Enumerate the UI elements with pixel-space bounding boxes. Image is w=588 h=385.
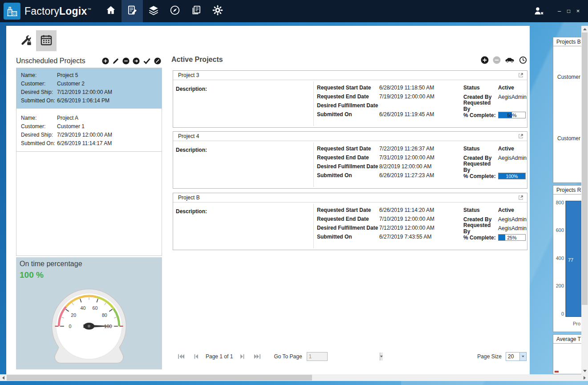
add-active-project-button[interactable]	[481, 56, 489, 64]
clock-icon	[519, 56, 527, 64]
documents-nav-button[interactable]	[186, 0, 207, 22]
legend-customer-2: Customer 2	[557, 74, 585, 80]
first-page-button[interactable]	[177, 354, 185, 359]
compass-icon	[169, 4, 181, 18]
project-name: Project B	[178, 195, 200, 201]
cancel-button[interactable]	[154, 57, 161, 65]
arrow-down-icon	[583, 370, 587, 372]
expand-card-button[interactable]	[518, 134, 523, 139]
production-nav-button[interactable]	[164, 0, 186, 22]
horizontal-scroll-thumb[interactable]	[7, 375, 312, 381]
horizontal-scrollbar[interactable]	[0, 374, 588, 381]
unscheduled-item-project-5[interactable]: Name:Project 5 Customer:Customer 2 Desir…	[16, 68, 162, 109]
expand-card-button[interactable]	[518, 73, 523, 78]
edit-project-button[interactable]	[112, 57, 119, 65]
main-content: Unscheduled Projects	[6, 26, 530, 374]
scroll-down-button[interactable]	[581, 368, 588, 374]
created-by-value: AegisAdmin	[498, 216, 527, 223]
desired-ship-label: Desired Ship:	[21, 131, 57, 139]
previous-page-icon	[193, 354, 199, 359]
shipping-button[interactable]	[505, 57, 515, 63]
materials-nav-button[interactable]	[143, 0, 164, 22]
y-axis-tick: 400	[554, 255, 564, 261]
scroll-up-button[interactable]	[581, 26, 588, 32]
history-button[interactable]	[519, 56, 527, 64]
column-divider	[313, 142, 314, 187]
requested-end-value: 7/19/2019 12:00:00 AM	[379, 93, 434, 100]
previous-page-button[interactable]	[193, 354, 199, 359]
progress-label: 100%	[499, 173, 525, 179]
desired-ship-value: 7/29/2019 12:00:00 AM	[57, 132, 112, 138]
add-project-button[interactable]	[102, 57, 109, 65]
y-axis-tick: 0	[554, 311, 564, 316]
status-label: Status	[463, 207, 498, 213]
close-button[interactable]: ×	[573, 0, 583, 22]
vertical-scroll-thumb[interactable]	[582, 32, 588, 305]
desired-fulfillment-label: Desired Fulfillment Date	[317, 225, 379, 231]
chart-fragment	[555, 371, 559, 373]
remove-active-project-button[interactable]	[493, 56, 501, 64]
requested-end-label: Requested End Date	[317, 93, 379, 100]
scroll-left-button[interactable]	[0, 374, 7, 381]
name-value: Project 5	[57, 72, 78, 78]
list-row: Submitted On:6/26/2019 1:06:14 PM	[21, 97, 157, 105]
planning-clipboard-icon	[126, 4, 138, 18]
factorylogix-window: FactoryLogix™	[0, 0, 588, 385]
minimize-button[interactable]: –	[555, 0, 564, 22]
card-body: Description: Requested Start Date7/22/20…	[173, 141, 527, 188]
planning-nav-button[interactable]	[122, 0, 143, 22]
submitted-on-label: Submitted On:	[21, 97, 57, 105]
y-axis-tick: 600	[554, 227, 564, 233]
submitted-on-label: Submitted On	[317, 172, 379, 178]
go-to-page-input[interactable]	[307, 352, 328, 361]
tab-scheduling[interactable]	[36, 30, 57, 51]
list-row: Desired Ship:7/12/2019 12:00:00 AM	[21, 88, 157, 97]
home-nav-button[interactable]	[100, 0, 122, 22]
description-label: Description:	[176, 208, 207, 215]
card-body: Description: Requested Start Date6/26/20…	[173, 203, 527, 250]
requested-end-value: 7/31/2019 12:00:00 AM	[379, 154, 434, 161]
check-icon	[143, 57, 151, 65]
scroll-right-button[interactable]	[581, 374, 588, 381]
factorylogix-logo	[4, 3, 20, 20]
project-card-project-b: Project B Description: Requested Start D…	[173, 193, 527, 250]
created-by-label: Created By	[463, 216, 498, 223]
desired-ship-label: Desired Ship:	[21, 88, 57, 97]
percent-complete-bar: 25%	[498, 234, 526, 241]
desired-fulfillment-label: Desired Fulfillment Date	[317, 163, 379, 170]
go-to-page-value[interactable]	[307, 353, 380, 361]
column-divider	[313, 204, 314, 248]
tab-setup-tools[interactable]	[16, 30, 36, 51]
gauge-tick-20: 20	[71, 312, 76, 318]
next-page-button[interactable]	[240, 354, 245, 359]
settings-nav-button[interactable]	[207, 0, 228, 22]
dropdown-arrow-icon[interactable]	[380, 353, 383, 361]
accept-button[interactable]	[143, 57, 151, 65]
status-value: Active	[498, 207, 514, 213]
on-time-panel: On time percentage 100 %	[16, 257, 162, 369]
column-divider	[313, 81, 314, 126]
project-card-project-4: Project 4 Description: Requested Start D…	[173, 131, 527, 189]
last-page-button[interactable]	[254, 354, 261, 359]
titlebar: FactoryLogix™	[0, 0, 588, 22]
card-body: Description: Requested Start Date6/28/20…	[173, 80, 527, 127]
active-projects-title: Active Projects	[171, 56, 223, 64]
vertical-scrollbar[interactable]	[581, 26, 588, 374]
page-size-select[interactable]: 20	[506, 352, 527, 361]
submitted-on-label: Submitted On	[317, 234, 379, 240]
project-name: Project 3	[178, 72, 199, 78]
remove-project-button[interactable]	[122, 57, 130, 65]
unscheduled-item-project-a[interactable]: Name:Project A Customer:Customer 1 Desir…	[16, 111, 162, 152]
bar-value-label: 77	[568, 257, 573, 263]
logout-user-button[interactable]	[533, 6, 545, 16]
home-icon	[105, 4, 117, 18]
requested-by-label: Requested By	[463, 222, 498, 235]
maximize-button[interactable]: □	[564, 0, 573, 22]
dropdown-arrow-icon[interactable]	[519, 353, 526, 361]
desired-fulfillment-label: Desired Fulfillment Date	[317, 102, 379, 109]
requested-start-value: 6/28/2019 11:18:50 AM	[379, 85, 434, 91]
expand-card-button[interactable]	[518, 195, 523, 200]
list-row: Customer:Customer 2	[21, 80, 157, 88]
calendar-icon	[40, 34, 53, 48]
schedule-project-button[interactable]	[133, 57, 140, 65]
